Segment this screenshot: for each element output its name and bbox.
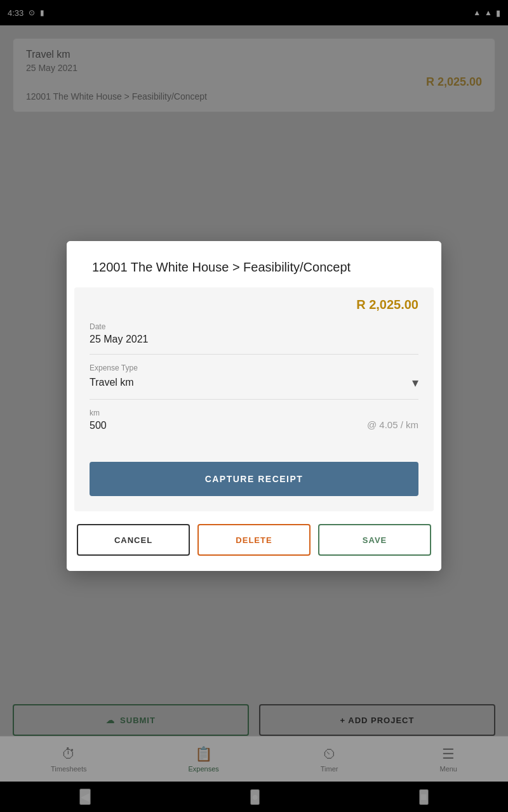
modal-body: R 2,025.00 Date 25 May 2021 Expense Type… xyxy=(74,287,434,511)
km-section: km 500 xyxy=(90,409,367,431)
date-value: 25 May 2021 xyxy=(90,334,418,345)
date-label: Date xyxy=(90,322,418,331)
modal-header: 12001 The White House > Feasibility/Conc… xyxy=(67,241,441,287)
expense-type-field-group[interactable]: Expense Type Travel km ▾ xyxy=(90,363,418,400)
expense-type-label: Expense Type xyxy=(90,363,418,372)
expense-type-row: Travel km ▾ xyxy=(90,375,418,390)
delete-button[interactable]: DELETE xyxy=(197,524,311,556)
expense-modal: 12001 The White House > Feasibility/Conc… xyxy=(67,241,441,571)
cancel-button[interactable]: CANCEL xyxy=(77,524,190,556)
modal-title: 12001 The White House > Feasibility/Conc… xyxy=(92,260,416,275)
capture-receipt-button[interactable]: CAPTURE RECEIPT xyxy=(90,462,418,496)
km-label: km xyxy=(90,409,367,417)
km-value[interactable]: 500 xyxy=(90,420,367,431)
save-button[interactable]: SAVE xyxy=(318,524,431,556)
rate-text: @ 4.05 / km xyxy=(367,419,418,431)
chevron-down-icon: ▾ xyxy=(412,375,418,390)
modal-overlay: 12001 The White House > Feasibility/Conc… xyxy=(0,0,508,812)
km-rate-row: km 500 @ 4.05 / km xyxy=(90,409,418,431)
expense-type-value: Travel km xyxy=(90,377,134,388)
date-field-group: Date 25 May 2021 xyxy=(90,322,418,355)
km-field-group: km 500 @ 4.05 / km xyxy=(90,409,418,440)
modal-amount: R 2,025.00 xyxy=(90,298,418,312)
modal-footer: CANCEL DELETE SAVE xyxy=(67,511,441,571)
